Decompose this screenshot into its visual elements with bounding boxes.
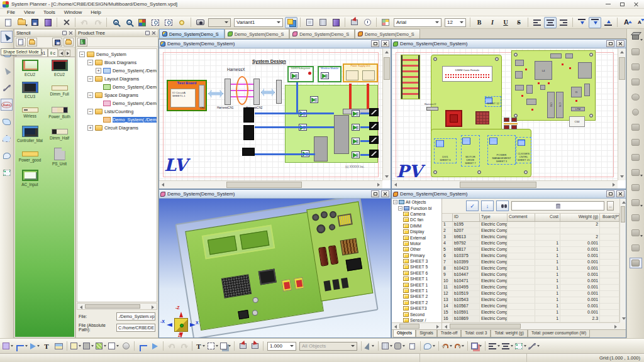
- objects-tree-item[interactable]: DC fan: [392, 217, 441, 222]
- enclosure-3d[interactable]: [175, 199, 378, 337]
- hierarchy-button[interactable]: [381, 341, 393, 352]
- tree-refresh-button[interactable]: [77, 38, 87, 47]
- menu-item[interactable]: File: [3, 9, 19, 15]
- file-abs-value[interactable]: C:/home/CR8E/DE: [116, 324, 155, 332]
- delete-button[interactable]: [60, 17, 72, 28]
- dimm-board[interactable]: [401, 55, 420, 99]
- objects-tree-item[interactable]: Display: [392, 229, 441, 234]
- objects-tree-item[interactable]: SHEET3: [392, 305, 441, 311]
- view-3d-button[interactable]: [630, 31, 642, 42]
- coil-3d[interactable]: [340, 238, 358, 256]
- hand-button[interactable]: [423, 341, 436, 352]
- maximize-button[interactable]: [606, 190, 614, 197]
- close-button[interactable]: [381, 40, 389, 47]
- align-right-button[interactable]: [557, 17, 570, 28]
- objects-tree-item[interactable]: SHEET 2: [392, 300, 441, 305]
- product-tree-node[interactable]: Demo_System(./Demo_Syster: [77, 83, 157, 91]
- fill-pattern-button[interactable]: [95, 341, 107, 352]
- sheet-region[interactable]: MOTOR DRIVESHEET 7: [461, 135, 480, 167]
- table-row[interactable]: 10 b10471 Electric Compo 1 0.001: [442, 278, 619, 285]
- product-tree-node[interactable]: − Block Diagrams: [77, 58, 157, 67]
- image-tool-button[interactable]: [53, 341, 64, 352]
- objects-tree-root[interactable]: − All Objects: [392, 199, 441, 205]
- capacitor-large-3d[interactable]: [318, 246, 329, 266]
- product-tree-node[interactable]: − Layout Diagrams: [77, 75, 157, 83]
- peripheral-node[interactable]: [243, 125, 254, 140]
- table-row[interactable]: 11 b10495 Electric Compo 1 0.001: [442, 285, 619, 291]
- variant-combo[interactable]: Variant1: [234, 18, 283, 27]
- stencil-item[interactable]: ECU3: [15, 82, 45, 104]
- h-scrollbar[interactable]: [159, 180, 382, 189]
- col-board[interactable]: Board(PV ^: [600, 214, 619, 221]
- distribute-button[interactable]: [501, 341, 514, 352]
- panel-close-icon[interactable]: [69, 31, 73, 35]
- font-combo[interactable]: Arial: [394, 18, 441, 27]
- solid-view-button[interactable]: [630, 167, 642, 178]
- capacitor-large-3d[interactable]: [328, 245, 339, 265]
- wand-button[interactable]: [364, 341, 375, 352]
- connector-3d[interactable]: [238, 310, 249, 319]
- table-row[interactable]: 4 b9792 Electric Compo 1 0.001: [442, 241, 619, 247]
- filter-field[interactable]: [511, 201, 604, 211]
- layer-top-button[interactable]: [630, 137, 642, 148]
- product-tree-node[interactable]: − Demo_System: [77, 50, 157, 58]
- zoom-fit-button[interactable]: [136, 17, 148, 28]
- ic-component[interactable]: I1: [571, 87, 582, 97]
- stencil-item[interactable]: Power_Both: [45, 104, 74, 126]
- open-button[interactable]: [15, 17, 28, 28]
- tree-h-scrollbar[interactable]: [77, 303, 157, 310]
- snap-grid-button[interactable]: [514, 341, 527, 352]
- objects-tab[interactable]: Total: cost 3: [461, 330, 491, 337]
- menu-item[interactable]: Help: [86, 9, 105, 15]
- font-grow-button[interactable]: A: [620, 17, 633, 28]
- col-weight[interactable]: Weight (g): [560, 214, 600, 221]
- rotate-3d-button[interactable]: [630, 47, 642, 57]
- col-type[interactable]: Type: [480, 214, 508, 221]
- font-shrink-button[interactable]: A: [633, 17, 644, 28]
- sheet-region[interactable]: SHEET 12: [485, 96, 501, 107]
- report-button[interactable]: [330, 17, 342, 28]
- harness-cn1-node[interactable]: [225, 79, 231, 105]
- stencil-item[interactable]: Wirless: [15, 104, 45, 126]
- objects-tab[interactable]: Trade-off: [437, 330, 461, 337]
- transformer-3d[interactable]: [337, 213, 353, 226]
- objects-tree-item[interactable]: SHEET 6: [392, 270, 441, 276]
- table-row[interactable]: 1 b195 Electric Compo 2: [442, 222, 619, 228]
- pin-icon[interactable]: [145, 31, 150, 35]
- controller-block[interactable]: [314, 136, 328, 162]
- ic-component[interactable]: [565, 53, 573, 58]
- pan-3d-button[interactable]: [630, 122, 642, 133]
- peripheral-node[interactable]: [242, 148, 255, 156]
- col-rownum[interactable]: [442, 214, 453, 221]
- close-button[interactable]: [616, 190, 625, 197]
- link-tool-button[interactable]: [1, 82, 13, 94]
- objects-tree-group[interactable]: − Function bl: [392, 205, 441, 211]
- stencil-item[interactable]: ECU2: [15, 60, 45, 82]
- board-out-button[interactable]: [249, 341, 260, 352]
- objects-tree-item[interactable]: Camera: [392, 211, 441, 217]
- scale-combo[interactable]: 1.000: [267, 342, 296, 351]
- table-v-scrollbar[interactable]: [619, 199, 626, 322]
- save-button[interactable]: [28, 17, 41, 28]
- h-scrollbar[interactable]: [392, 180, 618, 189]
- maximize-button[interactable]: [618, 1, 626, 8]
- mirror-3d-button[interactable]: [630, 182, 642, 193]
- stencil-item[interactable]: Dimm_Full: [45, 82, 74, 104]
- objects-tree-item[interactable]: SHEET 1: [392, 282, 441, 287]
- board-in-button[interactable]: [237, 341, 248, 352]
- peripheral-image-node[interactable]: [369, 136, 379, 144]
- stencil-new-button[interactable]: [16, 38, 26, 47]
- component-icon[interactable]: [352, 124, 360, 131]
- table-row[interactable]: 14 b10567 Electric Compo 1 0.001: [442, 304, 619, 310]
- product-tree-node[interactable]: − Lists/Counting: [77, 107, 157, 116]
- peripheral-node[interactable]: [243, 107, 254, 123]
- pin-icon[interactable]: [62, 31, 67, 35]
- col-id[interactable]: ID: [453, 214, 480, 221]
- sheet-region[interactable]: DVI1SHEET 6: [434, 138, 457, 163]
- component-icon[interactable]: [352, 110, 360, 117]
- tree-expander[interactable]: −: [87, 109, 93, 114]
- col-cost[interactable]: Cost: [535, 214, 560, 221]
- stencil-item[interactable]: Dimm_Half: [45, 126, 74, 148]
- zoom-dynamic-button[interactable]: [175, 17, 188, 28]
- close-button[interactable]: [616, 40, 625, 47]
